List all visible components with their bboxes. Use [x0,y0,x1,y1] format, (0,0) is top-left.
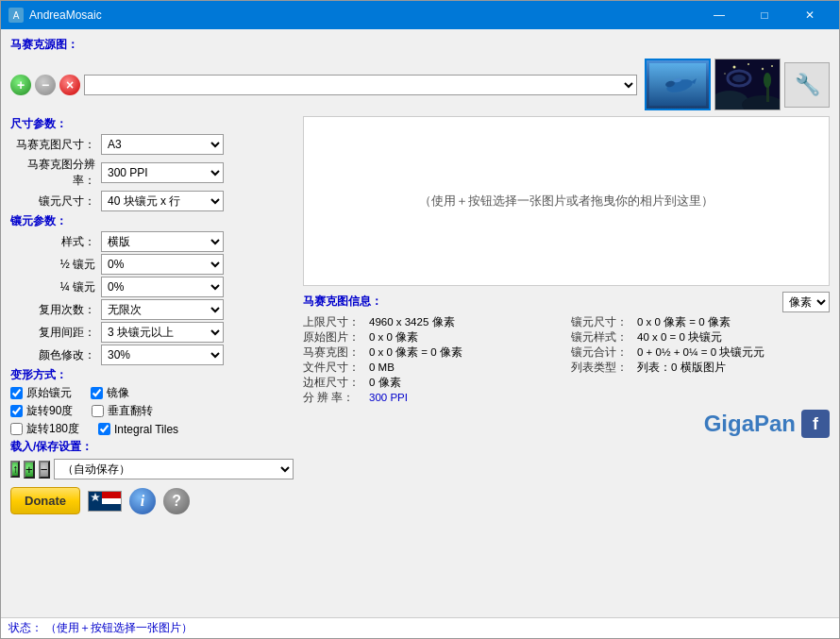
cell-style-info-key: 镶元样式： [571,330,637,345]
reuse-count-label: 复用次数： [10,302,95,318]
original-checkbox-item[interactable]: 原始镶元 [10,385,72,401]
status-bar: 状态： （使用＋按钮选择一张图片） [1,617,839,638]
starry-thumbnail [715,59,780,109]
info-col-right: 镶元尺寸： 0 x 0 像素 = 0 像素 镶元样式： 40 x 0 = 0 块… [571,315,830,406]
rotate180-checkbox-item[interactable]: 旋转180度 [10,421,79,437]
rotate90-checkbox[interactable] [10,405,23,417]
upper-limit-val: 4960 x 3425 像素 [369,315,455,329]
titlebar-controls: — □ ✕ [697,1,832,29]
mosaic-size-select[interactable]: A3 [101,134,224,155]
cell-params-label: 镶元参数： [10,213,294,229]
flag-icon[interactable] [88,491,122,512]
cell-size-info-val: 0 x 0 像素 = 0 像素 [637,315,731,329]
maximize-button[interactable]: □ [743,1,786,29]
integral-checkbox[interactable] [98,423,110,435]
close-button[interactable]: ✕ [788,1,832,29]
half-cell-select[interactable]: 0% [101,254,224,275]
cell-size-info-key: 镶元尺寸： [571,315,637,329]
transform-row-1: 原始镶元 镜像 [10,385,294,401]
mosaic-info-label: 马赛克图信息： [303,294,382,310]
info-letter: i [141,493,144,510]
mosaic-info-rows: 上限尺寸： 4960 x 3425 像素 原始图片： 0 x 0 像素 马赛克图… [303,315,830,406]
mirror-checkbox-item[interactable]: 镜像 [91,385,129,401]
load-save-combo[interactable]: （自动保存） [54,459,294,479]
window-title: AndreaMosaic [29,8,697,22]
half-cell-row: ½ 镶元 0% [10,254,294,275]
mosaic-thumb-2[interactable] [714,59,781,110]
source-section: + − × [10,59,830,110]
style-label: 样式： [10,234,95,250]
cell-total-info-row: 镶元合计： 0 + 0½ + 0¼ = 0 块镶元元 [571,345,830,360]
reuse-gap-label: 复用间距： [10,325,95,341]
titlebar: A AndreaMosaic — □ ✕ [1,1,839,29]
gigapan-text: GigaPan [704,411,796,437]
mosaic-size-label: 马赛克图尺寸： [10,137,95,153]
source-label: 马赛克源图： [10,37,830,53]
upper-limit-row: 上限尺寸： 4960 x 3425 像素 [303,315,562,329]
drop-area[interactable]: （使用＋按钮选择一张图片或者拖曳你的相片到这里） [303,116,830,286]
status-text: （使用＋按钮选择一张图片） [45,622,193,633]
integral-checkbox-item[interactable]: Integral Tiles [98,421,178,437]
mirror-checkbox[interactable] [91,387,103,399]
add-source-button[interactable]: + [10,75,31,95]
list-type-info-row: 列表类型： 列表：0 横版图片 [571,361,830,375]
facebook-icon[interactable]: f [801,410,830,438]
original-val: 0 x 0 像素 [369,330,418,345]
gigapan-area: GigaPan f [303,410,830,438]
cell-size-info-row: 镶元尺寸： 0 x 0 像素 = 0 像素 [571,315,830,329]
add-settings-button[interactable]: + [24,461,35,479]
question-mark: ? [172,493,181,510]
size-params-section: 尺寸参数： 马赛克图尺寸： A3 马赛克图分辨率： 300 PPI [10,116,294,211]
mosaic-thumb-1[interactable] [645,59,711,110]
transform-row-3: 旋转180度 Integral Tiles [10,421,294,437]
quarter-cell-label: ¼ 镶元 [10,279,95,295]
style-select[interactable]: 横版 [101,231,224,252]
minimize-button[interactable]: — [697,1,741,29]
settings-button[interactable]: 🔧 [784,62,830,108]
help-icon[interactable]: ? [163,488,190,514]
drop-hint: （使用＋按钮选择一张图片或者拖曳你的相片到这里） [419,193,714,210]
unit-select[interactable]: 像素 英寸 厘米 [782,292,830,312]
donate-button[interactable]: Donate [10,487,80,514]
quarter-cell-select[interactable]: 0% [101,277,224,297]
original-label: 原始镶元 [26,385,72,401]
mirror-label: 镜像 [107,385,129,401]
rotate90-checkbox-item[interactable]: 旋转90度 [10,403,73,419]
cell-size-select[interactable]: 40 块镶元 x 行 [101,191,224,211]
cell-params-section: 镶元参数： 样式： 横版 ½ 镶元 0% ¼ 镶元 [10,213,294,365]
color-adjust-select[interactable]: 30% [101,345,224,365]
mosaic-info-header: 马赛克图信息： 像素 英寸 厘米 [303,292,830,312]
vflip-checkbox-item[interactable]: 垂直翻转 [92,403,153,419]
mosaic-dpi-label: 马赛克图分辨率： [10,157,95,189]
status-prefix: 状态： [8,622,42,633]
cell-size-label: 镶元尺寸： [10,193,95,210]
remove-source-button[interactable]: − [35,75,56,95]
upper-limit-key: 上限尺寸： [303,315,369,329]
info-icon[interactable]: i [129,488,156,514]
resolution-val: 300 PPI [369,392,408,403]
original-checkbox[interactable] [10,387,23,399]
half-cell-label: ½ 镶元 [10,257,95,273]
reuse-gap-select[interactable]: 3 块镶元以上 [101,322,224,343]
transform-row-2: 旋转90度 垂直翻转 [10,403,294,419]
vflip-checkbox[interactable] [92,405,104,417]
mosaic-row: 马赛克图： 0 x 0 像素 = 0 像素 [303,345,562,360]
reuse-gap-row: 复用间距： 3 块镶元以上 [10,322,294,343]
svg-point-6 [733,66,736,69]
remove-settings-button[interactable]: − [39,461,50,479]
main-two-col: 尺寸参数： 马赛克图尺寸： A3 马赛克图分辨率： 300 PPI [10,116,830,610]
style-row: 样式： 横版 [10,231,294,252]
load-settings-up-button[interactable]: ↑ [10,461,20,478]
svg-point-9 [724,73,726,75]
transform-section: 变形方式： 原始镶元 镜像 旋 [10,367,294,437]
mosaic-dpi-select[interactable]: 300 PPI [101,162,224,183]
clear-source-button[interactable]: × [59,75,80,95]
original-key: 原始图片： [303,330,369,345]
main-content: 马赛克源图： + − × [1,29,839,617]
reuse-count-select[interactable]: 无限次 [101,299,224,320]
source-combo[interactable] [84,75,637,95]
right-column: （使用＋按钮选择一张图片或者拖曳你的相片到这里） 马赛克图信息： 像素 英寸 厘… [303,116,830,610]
cell-total-info-key: 镶元合计： [571,345,637,360]
reuse-count-row: 复用次数： 无限次 [10,299,294,320]
rotate180-checkbox[interactable] [10,423,23,435]
